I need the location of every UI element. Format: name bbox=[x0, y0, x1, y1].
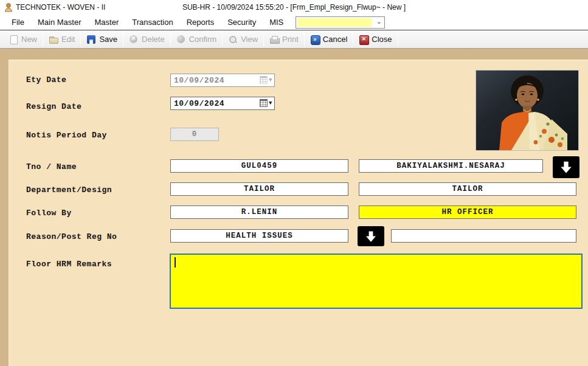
ety-date-label: Ety Date bbox=[26, 75, 66, 85]
employee-lookup-button[interactable] bbox=[553, 156, 579, 178]
close-button-label: Close bbox=[372, 35, 392, 44]
department-field[interactable]: TAILOR bbox=[170, 182, 348, 196]
close-x-icon bbox=[359, 35, 368, 44]
down-arrow-icon bbox=[558, 159, 574, 175]
view-button[interactable]: View bbox=[223, 32, 263, 47]
resign-date-picker[interactable]: 10/09/2024 bbox=[170, 97, 275, 110]
reason-value: HEALTH ISSUES bbox=[226, 232, 293, 240]
designation-field[interactable]: TAILOR bbox=[359, 182, 576, 196]
print-button-label: Print bbox=[282, 35, 299, 44]
dropdown-arrow-icon[interactable] bbox=[269, 100, 272, 106]
cancel-button-label: Cancel bbox=[323, 35, 347, 44]
reason-post-reg-label: Reason/Post Reg No bbox=[26, 232, 117, 241]
tno-field[interactable]: GUL0459 bbox=[170, 159, 348, 173]
designation-value: TAILOR bbox=[452, 185, 483, 193]
new-button-label: New bbox=[21, 35, 37, 44]
delete-button-label: Delete bbox=[142, 35, 165, 44]
title-bar: TECHNOTEK - WOVEN - II SUB-HR - 10/09/20… bbox=[0, 0, 588, 15]
cancel-button[interactable]: Cancel bbox=[305, 32, 353, 47]
printer-icon bbox=[269, 35, 279, 44]
combobox-value[interactable] bbox=[297, 18, 372, 27]
confirm-button[interactable]: Confirm bbox=[171, 32, 223, 47]
cancel-icon bbox=[310, 35, 320, 44]
new-page-icon bbox=[9, 35, 18, 44]
chevron-down-icon[interactable] bbox=[376, 18, 382, 26]
new-button[interactable]: New bbox=[3, 32, 43, 47]
edit-button-label: Edit bbox=[61, 35, 75, 44]
save-button[interactable]: Save bbox=[81, 32, 123, 47]
application-window: TECHNOTEK - WOVEN - II SUB-HR - 10/09/20… bbox=[0, 0, 588, 366]
employee-name-value: BAKIYALAKSHMI.NESARAJ bbox=[396, 162, 505, 170]
ety-date-picker: 10/09/2024 bbox=[170, 74, 275, 87]
department-design-label: Department/Design bbox=[26, 185, 112, 195]
edit-folder-icon bbox=[49, 35, 58, 44]
notis-period-day-value: 0 bbox=[192, 130, 198, 139]
tno-name-label: Tno / Name bbox=[26, 162, 77, 171]
menu-bar: File Main Master Master Transaction Repo… bbox=[0, 15, 588, 30]
resign-date-value[interactable]: 10/09/2024 bbox=[174, 99, 224, 108]
tno-value: GUL0459 bbox=[241, 162, 278, 170]
follow-by-label: Follow By bbox=[26, 209, 72, 218]
notis-period-day-label: Notis Period Day bbox=[26, 131, 107, 140]
magnifier-icon bbox=[228, 35, 238, 44]
employee-name-field[interactable]: BAKIYALAKSHMI.NESARAJ bbox=[359, 159, 543, 173]
follow-role-field[interactable]: HR OFFICER bbox=[359, 205, 576, 219]
department-value: TAILOR bbox=[244, 185, 275, 193]
reason-field[interactable]: HEALTH ISSUES bbox=[170, 229, 348, 243]
print-button[interactable]: Print bbox=[264, 32, 304, 47]
save-button-label: Save bbox=[99, 35, 117, 44]
calendar-icon[interactable] bbox=[260, 99, 268, 107]
notis-period-day-field: 0 bbox=[170, 128, 219, 141]
employee-photo-image bbox=[476, 71, 578, 150]
menu-mis[interactable]: MIS bbox=[263, 15, 290, 30]
close-button[interactable]: Close bbox=[353, 32, 397, 47]
confirm-icon bbox=[176, 35, 186, 44]
menu-main-master[interactable]: Main Master bbox=[31, 15, 88, 30]
menu-search-combobox[interactable] bbox=[296, 16, 385, 29]
reason-lookup-button[interactable] bbox=[358, 226, 384, 246]
calendar-icon bbox=[260, 76, 268, 84]
view-button-label: View bbox=[241, 35, 258, 44]
follow-role-value: HR OFFICER bbox=[441, 208, 493, 216]
toolbar: New Edit Save Delete Confirm View bbox=[0, 30, 588, 49]
text-cursor bbox=[175, 257, 176, 268]
confirm-button-label: Confirm bbox=[189, 35, 217, 44]
save-floppy-icon bbox=[86, 35, 96, 44]
dropdown-arrow-icon bbox=[269, 77, 272, 83]
follow-by-field[interactable]: R.LENIN bbox=[170, 205, 348, 219]
floor-hrm-remarks-textarea[interactable] bbox=[170, 254, 583, 309]
ety-date-value: 10/09/2024 bbox=[174, 76, 224, 85]
floor-hrm-remarks-label: Floor HRM Remarks bbox=[26, 260, 112, 269]
menu-security[interactable]: Security bbox=[221, 15, 263, 30]
menu-reports[interactable]: Reports bbox=[180, 15, 221, 30]
employee-photo bbox=[476, 70, 579, 151]
follow-by-value: R.LENIN bbox=[241, 208, 278, 216]
window-title: SUB-HR - 10/09/2024 15:55:20 - [Frm_Empl… bbox=[0, 3, 588, 12]
toolbar-separator bbox=[398, 33, 398, 46]
menu-transaction[interactable]: Transaction bbox=[125, 15, 179, 30]
menu-file[interactable]: File bbox=[5, 15, 31, 30]
delete-circle-icon bbox=[129, 35, 139, 44]
post-reg-no-field[interactable] bbox=[391, 229, 576, 243]
edit-button[interactable]: Edit bbox=[43, 32, 80, 47]
down-arrow-icon bbox=[364, 229, 378, 244]
delete-button[interactable]: Delete bbox=[123, 32, 170, 47]
resign-date-label: Resign Date bbox=[26, 102, 81, 111]
menu-master[interactable]: Master bbox=[88, 15, 125, 30]
